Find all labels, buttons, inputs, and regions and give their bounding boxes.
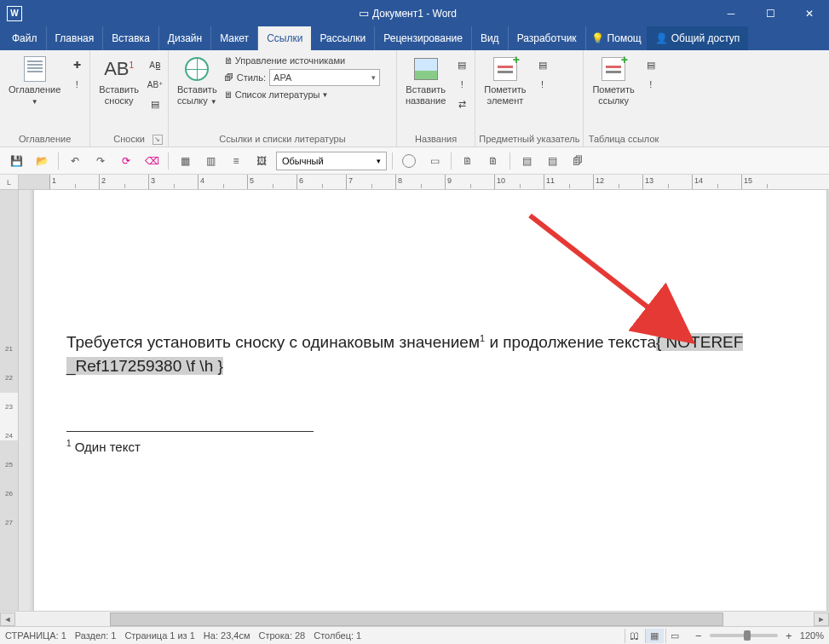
insert-tof-button[interactable]: ▤ bbox=[452, 55, 471, 74]
footnote-text[interactable]: 1 Один текст bbox=[66, 439, 803, 454]
show-notes-button[interactable]: ▤ bbox=[146, 95, 164, 113]
update-index-icon: ! bbox=[541, 79, 544, 89]
status-line[interactable]: Строка: 28 bbox=[259, 630, 306, 641]
horizontal-ruler[interactable]: 123456789101112131415 bbox=[19, 175, 829, 190]
view-read-button[interactable]: 🕮 bbox=[625, 629, 643, 643]
close-button[interactable]: ✕ bbox=[790, 0, 829, 26]
zoom-slider[interactable] bbox=[710, 634, 778, 637]
status-section[interactable]: Раздел: 1 bbox=[75, 630, 117, 641]
shape-rect-button[interactable]: ▭ bbox=[423, 151, 446, 171]
mark-citation-icon bbox=[602, 57, 625, 81]
document-area: L 21 22 23 24 25 26 27 12345678910111213… bbox=[0, 175, 829, 611]
minimize-button[interactable]: ─ bbox=[711, 0, 751, 26]
group-captions-label: Названия bbox=[400, 132, 471, 147]
shape-circle-button[interactable] bbox=[398, 151, 420, 171]
chevron-down-icon: ▼ bbox=[32, 98, 38, 106]
undo-icon: ↶ bbox=[71, 155, 79, 167]
page-canvas[interactable]: Требуется установить сноску с одинаковым… bbox=[19, 190, 829, 611]
text-run: и продолжение текста bbox=[485, 333, 656, 351]
image-icon: 🖼 bbox=[256, 155, 267, 167]
zoom-out-button[interactable]: − bbox=[693, 630, 705, 642]
view-web-button[interactable]: ▭ bbox=[665, 629, 684, 643]
update-toa-button[interactable]: ! bbox=[642, 75, 660, 94]
columns-button[interactable]: ▥ bbox=[199, 151, 222, 171]
tab-layout[interactable]: Макет bbox=[211, 26, 258, 50]
page[interactable]: Требуется установить сноску с одинаковым… bbox=[34, 190, 826, 611]
update-index-button[interactable]: ! bbox=[533, 75, 552, 94]
view-print-button[interactable]: ▦ bbox=[645, 629, 664, 643]
scroll-track[interactable] bbox=[16, 612, 813, 626]
footnotes-launcher[interactable]: ↘ bbox=[153, 135, 163, 145]
custom-button-1[interactable]: 🗎 bbox=[457, 151, 479, 171]
tab-references[interactable]: Ссылки bbox=[258, 26, 311, 50]
insert-citation-button[interactable]: Вставить ссылку ▼ bbox=[172, 52, 222, 107]
tab-mailings[interactable]: Рассылки bbox=[311, 26, 375, 50]
tab-insert[interactable]: Вставка bbox=[103, 26, 159, 50]
vruler-margin-top bbox=[0, 190, 18, 393]
zoom-in-button[interactable]: + bbox=[783, 630, 795, 642]
ribbon-display-options-icon[interactable]: ▭ bbox=[359, 7, 369, 20]
scroll-left-button[interactable]: ◄ bbox=[0, 612, 15, 626]
citation-style-select[interactable]: APA ▾ bbox=[269, 69, 380, 86]
tab-review[interactable]: Рецензирование bbox=[375, 26, 472, 50]
image-button[interactable]: 🖼 bbox=[250, 151, 273, 171]
endnote-icon: AB̲ bbox=[149, 60, 161, 70]
next-footnote-button[interactable]: AB⁺ bbox=[146, 75, 164, 94]
mark-citation-button[interactable]: Пометить ссылку bbox=[587, 52, 639, 106]
undo-button[interactable]: ↶ bbox=[64, 151, 86, 171]
update-tof-button[interactable]: ! bbox=[452, 75, 471, 94]
update-toc-button[interactable]: ! bbox=[67, 75, 86, 94]
save-button[interactable]: 💾 bbox=[5, 151, 27, 171]
ruler-corner[interactable]: L bbox=[0, 175, 19, 190]
scroll-right-button[interactable]: ► bbox=[814, 612, 829, 626]
style-selector[interactable]: Обычный ▾ bbox=[276, 152, 387, 170]
zoom-value[interactable]: 120% bbox=[800, 630, 824, 641]
horizontal-scrollbar[interactable]: ◄ ► bbox=[0, 611, 829, 626]
insert-caption-button[interactable]: Вставить название bbox=[400, 52, 451, 106]
repeat-button[interactable]: ⟳ bbox=[115, 151, 137, 171]
insert-toa-button[interactable]: ▤ bbox=[642, 55, 660, 74]
redo-button[interactable]: ↷ bbox=[89, 151, 112, 171]
insert-index-button[interactable]: ▤ bbox=[533, 55, 552, 74]
status-column[interactable]: Столбец: 1 bbox=[314, 630, 361, 641]
manage-sources-button[interactable]: 🗎 Управление источниками bbox=[224, 55, 380, 66]
document-paragraph[interactable]: Требуется установить сноску с одинаковым… bbox=[66, 326, 803, 378]
toc-button[interactable]: Оглавление▼ bbox=[3, 52, 66, 107]
open-button[interactable]: 📂 bbox=[31, 151, 53, 171]
scroll-thumb[interactable] bbox=[110, 612, 723, 626]
custom-button-3[interactable]: ▤ bbox=[515, 151, 538, 171]
insert-endnote-button[interactable]: AB̲ bbox=[146, 55, 164, 74]
tab-view[interactable]: Вид bbox=[472, 26, 509, 50]
share-button[interactable]: 👤 Общий доступ bbox=[647, 26, 749, 50]
mark-entry-button[interactable]: Пометить элемент bbox=[479, 52, 531, 106]
status-position[interactable]: На: 23,4см bbox=[204, 630, 250, 641]
custom-button-4[interactable]: ▤ bbox=[541, 151, 563, 171]
cross-reference-button[interactable]: ⇄ bbox=[452, 95, 471, 113]
status-pageof[interactable]: Страница 1 из 1 bbox=[124, 630, 194, 641]
bibliography-button[interactable]: 🗏 Список литературы ▼ bbox=[224, 89, 380, 100]
style-icon: 🗊 bbox=[224, 72, 233, 83]
table-button[interactable]: ▦ bbox=[174, 151, 196, 171]
update-icon: ! bbox=[76, 79, 78, 89]
tab-home[interactable]: Главная bbox=[47, 26, 104, 50]
zoom-slider-knob[interactable] bbox=[744, 630, 751, 641]
custom-button-5[interactable]: 🗐 bbox=[567, 151, 589, 171]
tab-design[interactable]: Дизайн bbox=[159, 26, 211, 50]
paragraph-icon: ≡ bbox=[233, 155, 239, 167]
maximize-button[interactable]: ☐ bbox=[751, 0, 790, 26]
clear-formatting-button[interactable]: ⌫ bbox=[141, 151, 163, 171]
zoom-control: − + 120% bbox=[693, 630, 824, 642]
insert-footnote-button[interactable]: AB1 Вставить сноску bbox=[94, 52, 144, 106]
manage-sources-icon: 🗎 bbox=[224, 55, 233, 66]
vertical-ruler[interactable]: 21 22 23 24 25 26 27 bbox=[0, 190, 19, 611]
doc-icon: 🗎 bbox=[463, 155, 473, 167]
status-page[interactable]: СТРАНИЦА: 1 bbox=[5, 630, 66, 641]
custom-button-2[interactable]: 🗎 bbox=[482, 151, 504, 171]
tab-file[interactable]: Файл bbox=[3, 26, 47, 50]
tab-developer[interactable]: Разработчик bbox=[509, 26, 586, 50]
lightbulb-icon: 💡 bbox=[591, 32, 604, 44]
hruler-tick: 4 bbox=[198, 175, 247, 189]
paragraph-button[interactable]: ≡ bbox=[225, 151, 247, 171]
tell-me[interactable]: 💡 Помощ bbox=[586, 26, 647, 50]
add-text-button[interactable]: ✚ bbox=[67, 55, 86, 74]
